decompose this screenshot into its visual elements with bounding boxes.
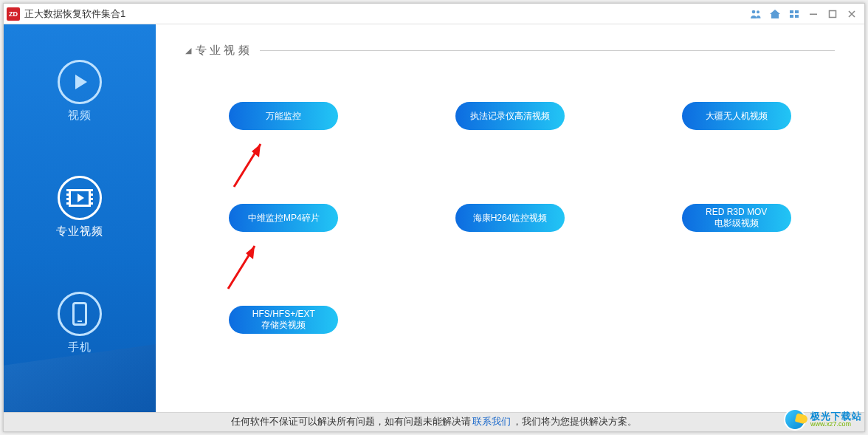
tool-hfs-ext-storage[interactable]: HFS/HFS+/EXT存储类视频 [229,306,338,334]
tool-label: 大疆无人机视频 [706,111,768,122]
svg-rect-4 [790,15,793,18]
home-icon[interactable] [765,6,785,22]
title-buttons [746,6,861,22]
maximize-button[interactable] [823,6,842,22]
phone-icon [58,292,102,336]
tool-label: 中维监控MP4碎片 [248,213,320,224]
svg-rect-2 [790,10,793,13]
svg-rect-5 [795,15,799,18]
section-header: ◢ 专 业 视 频 [185,44,835,58]
tool-zhongwei-mp4-fragments[interactable]: 中维监控MP4碎片 [229,204,338,232]
footer-text-2: ，我们将为您提供解决方案。 [512,416,637,428]
sidebar: 视频 专业视频 手机 [4,24,156,412]
tool-law-recorder-hd[interactable]: 执法记录仪高清视频 [455,102,565,130]
tool-label: HFS/HFS+/EXT存储类视频 [252,309,315,331]
tool-red-r3d-mov[interactable]: RED R3D MOV电影级视频 [682,204,791,232]
close-button[interactable] [842,6,861,22]
body-area: 视频 专业视频 手机 ◢ 专 业 视 频 万能监控 执法记录仪高清视频 大疆无人… [4,24,864,412]
window-title: 正大数据恢复软件集合1 [24,7,746,21]
section-arrow-icon: ◢ [185,46,191,55]
sidebar-item-video[interactable]: 视频 [58,60,102,123]
titlebar: ZD 正大数据恢复软件集合1 [4,4,864,24]
film-icon [58,176,102,220]
theme-icon[interactable] [785,6,804,22]
svg-point-1 [757,10,760,13]
main-content: ◢ 专 业 视 频 万能监控 执法记录仪高清视频 大疆无人机视频 中维监控MP4… [156,24,864,412]
tool-grid: 万能监控 执法记录仪高清视频 大疆无人机视频 中维监控MP4碎片 海康H264监… [185,102,835,334]
contact-us-link[interactable]: 联系我们 [472,416,511,428]
sidebar-item-phone[interactable]: 手机 [58,292,102,354]
sidebar-item-label: 视频 [68,109,92,123]
tool-label: 海康H264监控视频 [473,213,548,224]
sidebar-item-label: 专业视频 [56,225,103,239]
section-divider [260,50,835,51]
app-logo: ZD [7,7,20,21]
play-icon [58,60,102,104]
users-icon[interactable] [746,6,765,22]
tool-universal-monitor[interactable]: 万能监控 [229,102,338,130]
tool-label: 万能监控 [266,111,301,122]
sidebar-item-pro-video[interactable]: 专业视频 [56,176,103,239]
sidebar-item-label: 手机 [68,340,92,354]
app-window: ZD 正大数据恢复软件集合1 [3,3,865,432]
svg-rect-7 [830,10,836,17]
tool-dji-drone-video[interactable]: 大疆无人机视频 [682,102,791,130]
footer-bar: 任何软件不保证可以解决所有问题，如有问题未能解决请 联系我们 ，我们将为您提供解… [4,412,864,431]
tool-label: 执法记录仪高清视频 [470,111,550,122]
minimize-button[interactable] [804,6,823,22]
section-title: 专 业 视 频 [196,44,249,58]
svg-rect-6 [810,13,817,15]
svg-point-0 [752,10,756,13]
svg-rect-3 [795,10,799,13]
tool-label: RED R3D MOV电影级视频 [706,207,767,229]
tool-hikvision-h264[interactable]: 海康H264监控视频 [455,204,565,232]
footer-text-1: 任何软件不保证可以解决所有问题，如有问题未能解决请 [231,416,471,428]
